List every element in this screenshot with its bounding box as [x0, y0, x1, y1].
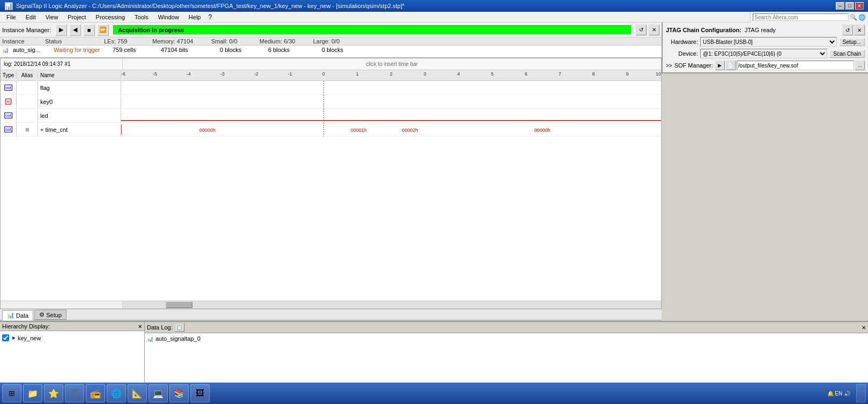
menu-file[interactable]: File	[2, 13, 20, 21]
jtag-header: JTAG Chain Configuration: JTAG ready ↺ ✕	[666, 25, 865, 35]
menu-window[interactable]: Window	[154, 13, 183, 21]
datalog-close-icon[interactable]: ✕	[862, 325, 866, 331]
taskbar-app-4[interactable]: 📻	[86, 384, 105, 402]
status-refresh-button[interactable]: ↺	[636, 25, 647, 35]
bottom-panels: Hierarchy Display: ✕ ➤ key_new Data Log:…	[0, 321, 868, 383]
device-select[interactable]: @1: EP3C(10|5)/EP4CE(10|6) (0	[700, 49, 827, 58]
menu-view[interactable]: View	[41, 13, 63, 21]
sof-manager-label: SOF Manager:	[674, 62, 713, 69]
taskbar-app-1[interactable]: 📁	[23, 384, 42, 402]
led-waveform[interactable]	[121, 109, 661, 122]
scan-chain-button[interactable]: Scan Chain	[829, 50, 865, 58]
hierarchy-arrow-icon: ➤	[11, 335, 16, 341]
window-title: SignalTap II Logic Analyzer - C:/Users/A…	[16, 3, 836, 9]
flag-type-badge: out	[4, 85, 12, 91]
jtag-label: JTAG Chain Configuration:	[666, 27, 741, 33]
inst-small: 0 blocks	[218, 46, 266, 54]
taskbar-app-8[interactable]: 📚	[169, 384, 189, 402]
waveform-area: log: 2018/12/14 09:14:37 #1 click to ins…	[0, 58, 662, 310]
datalog-title: Data Log:	[147, 324, 173, 331]
flag-waveform-svg	[121, 81, 661, 94]
maximize-button[interactable]: □	[845, 2, 854, 10]
key0-type-badge: in	[5, 99, 11, 104]
help-icon[interactable]: ?	[208, 13, 212, 21]
menu-project[interactable]: Project	[63, 13, 90, 21]
col-instance: Instance	[2, 38, 45, 44]
hierarchy-close-icon[interactable]: ✕	[138, 324, 142, 330]
flag-waveform[interactable]	[121, 81, 661, 94]
menu-edit[interactable]: Edit	[21, 13, 40, 21]
stop-button[interactable]: ■	[83, 24, 95, 36]
hierarchy-title: Hierarchy Display:	[2, 323, 50, 330]
col-large: Large: 0/0	[313, 38, 361, 44]
signal-row-timecnt[interactable]: out ⊞ + time_cnt 00000h 00001h 00002h	[1, 123, 661, 137]
setup-tab-label: Setup	[46, 312, 62, 318]
hardware-select[interactable]: USB-Blaster [USB-0]	[700, 37, 837, 47]
hierarchy-item-keyNew[interactable]: ➤ key_new	[2, 333, 142, 342]
tick-5: 5	[491, 71, 494, 77]
tick-7: 7	[559, 71, 561, 77]
jtag-close-button[interactable]: ✕	[854, 25, 865, 35]
taskbar-app-2[interactable]: ⭐	[44, 384, 63, 402]
col-small: Small: 0/0	[211, 38, 259, 44]
menu-tools[interactable]: Tools	[130, 13, 153, 21]
key0-waveform[interactable]	[121, 95, 661, 108]
setup-tab-icon: ⚙	[39, 311, 44, 318]
show-desktop-button[interactable]	[856, 384, 866, 402]
taskbar-app-9[interactable]: 🖼	[190, 384, 210, 402]
signal-row-led[interactable]: out led	[1, 109, 661, 123]
bus-expand-icon[interactable]: ⊞	[25, 127, 29, 132]
datalog-add-button[interactable]: 📋	[175, 323, 184, 332]
menu-processing[interactable]: Processing	[92, 13, 129, 21]
autorun-button[interactable]: ⏩	[97, 24, 109, 36]
data-tab-icon: 📊	[7, 312, 14, 319]
status-close-button[interactable]: ✕	[649, 25, 659, 35]
tab-data[interactable]: 📊 Data	[2, 310, 33, 320]
key0-alias	[17, 95, 38, 108]
hierarchy-checkbox[interactable]	[2, 334, 9, 341]
instance-row[interactable]: 📊 auto_sig... Waiting for trigger 759 ce…	[0, 46, 662, 54]
taskbar-app-3[interactable]: 🎵	[65, 384, 84, 402]
internet-icon: 🌐	[858, 14, 866, 21]
datalog-panel: Data Log: 📋 ✕ 📊 auto_signaltap_0	[145, 322, 868, 383]
sof-load-button[interactable]: 📄	[726, 61, 736, 70]
flag-type: out	[1, 81, 17, 94]
scroll-thumb[interactable]	[166, 302, 192, 308]
horizontal-scrollbar[interactable]	[1, 301, 661, 309]
title-bar: 📊 SignalTap II Logic Analyzer - C:/Users…	[0, 0, 868, 12]
datalog-entry[interactable]: 📊 auto_signaltap_0	[147, 335, 866, 342]
setup-button[interactable]: Setup...	[839, 38, 865, 46]
tick--4: -4	[187, 71, 191, 77]
device-row: Device: @1: EP3C(10|5)/EP4CE(10|6) (0 Sc…	[666, 49, 865, 58]
minimize-button[interactable]: ─	[836, 2, 844, 10]
time-bar-hint[interactable]: click to insert time bar	[123, 61, 661, 67]
sof-row: >> SOF Manager: ▶ 📄 /output_files/key_ne…	[666, 61, 865, 70]
inst-medium: 6 blocks	[266, 46, 320, 54]
scroll-track[interactable]	[123, 301, 661, 309]
hierarchy-header: Hierarchy Display: ✕	[0, 322, 144, 331]
key0-type: in	[1, 95, 17, 108]
clock: 🔔 EN 🔊	[827, 391, 850, 396]
signal-row-key0[interactable]: in key0	[1, 95, 661, 109]
hierarchy-panel: Hierarchy Display: ✕ ➤ key_new	[0, 322, 145, 383]
menu-help[interactable]: Help	[184, 13, 205, 21]
jtag-refresh-button[interactable]: ↺	[842, 25, 853, 35]
timecnt-waveform[interactable]: 00000h 00001h 00002h 00000h	[121, 123, 661, 136]
scroll-spacer	[1, 301, 123, 309]
start-button[interactable]: ⊞	[2, 384, 21, 402]
instance-section: Instance Status LEs: 759 Memory: 47104 S…	[0, 38, 662, 58]
search-input[interactable]	[753, 13, 849, 21]
back-button[interactable]: ◀	[69, 24, 81, 36]
signal-row-flag[interactable]: out flag	[1, 81, 661, 95]
taskbar-app-6[interactable]: 📐	[128, 384, 147, 402]
close-button[interactable]: ✕	[855, 2, 864, 10]
sof-browse-button[interactable]: …	[855, 61, 865, 70]
tick-2: 2	[390, 71, 392, 77]
sof-program-button[interactable]: ▶	[715, 61, 725, 70]
run-button[interactable]: ▶	[55, 24, 67, 36]
datalog-content: 📊 auto_signaltap_0	[145, 333, 868, 344]
tab-setup[interactable]: ⚙ Setup	[34, 310, 66, 320]
taskbar-app-7[interactable]: 💻	[149, 384, 168, 402]
tick-8: 8	[592, 71, 595, 77]
taskbar-app-5[interactable]: 🌐	[107, 384, 126, 402]
